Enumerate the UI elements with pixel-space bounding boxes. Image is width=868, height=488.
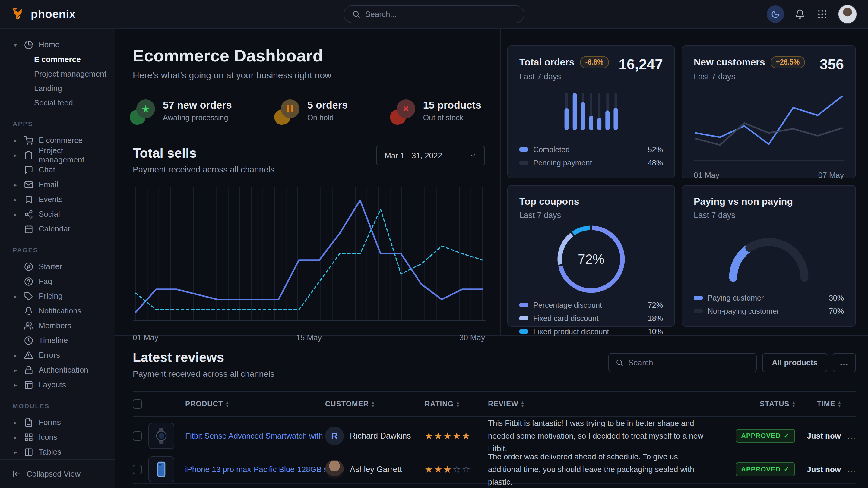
caret-right-icon: ▸	[12, 196, 19, 203]
sidebar-item-calendar[interactable]: Calendar	[12, 222, 107, 236]
sidebar-item-project-management-home[interactable]: Project management	[12, 67, 107, 81]
paying-vs-nonpaying-card: Paying vs non paying Last 7 days Paying …	[682, 185, 856, 327]
more-options-button[interactable]: ...	[833, 353, 856, 372]
customer-avatar: R	[325, 426, 344, 445]
global-search-input[interactable]	[365, 10, 516, 19]
apps-grid-button[interactable]	[815, 7, 829, 21]
shopping-cart-icon	[24, 136, 33, 145]
legend-item: Completed 52%	[519, 143, 663, 156]
latest-reviews-title: Latest reviews	[133, 350, 275, 365]
column-header-product[interactable]: PRODUCT▴▾	[185, 400, 325, 408]
sidebar-item-tables[interactable]: ▸ Tables	[12, 445, 107, 459]
date-range-select[interactable]: Mar 1 - 31, 2022	[376, 145, 485, 165]
sort-icon: ▴▾	[522, 400, 524, 407]
sidebar-section-apps: APPS	[13, 120, 107, 128]
total-sells-subtitle: Payment received across all channels	[133, 165, 275, 174]
sort-icon: ▴▾	[372, 400, 375, 407]
table-header-row: PRODUCT▴▾ CUSTOMER▴▾ RATING▴▾ REVIEW▴▾ S…	[133, 391, 856, 417]
calendar-icon	[24, 225, 33, 234]
reviews-search[interactable]	[608, 353, 757, 372]
grid-icon	[24, 433, 33, 442]
page-title: Ecommerce Dashboard	[133, 46, 485, 65]
sidebar-item-icons[interactable]: ▸ Icons	[12, 430, 107, 445]
card-title: Paying vs non paying	[694, 196, 793, 207]
sidebar-item-social-feed[interactable]: Social feed	[12, 96, 107, 110]
sidebar-item-chat[interactable]: Chat	[12, 162, 107, 177]
global-search[interactable]	[343, 5, 525, 23]
row-checkbox[interactable]	[133, 465, 142, 474]
sidebar-item-forms[interactable]: ▸ Forms	[12, 415, 107, 430]
total-sells-title: Total sells	[133, 145, 275, 161]
sidebar-item-social[interactable]: ▸ Social	[12, 207, 107, 222]
table-row: iPhone 13 pro max-Pacific Blue-128GB sto…	[133, 450, 856, 484]
users-icon	[24, 321, 33, 330]
sidebar-item-email[interactable]: ▸ Email	[12, 177, 107, 192]
sidebar-item-pricing[interactable]: ▸ Pricing	[12, 289, 107, 303]
brand-name: phoenix	[31, 8, 76, 21]
select-all-checkbox[interactable]	[133, 399, 142, 409]
sidebar-item-home[interactable]: ▾ Home	[12, 37, 107, 52]
sidebar-item-members[interactable]: Members	[12, 318, 107, 333]
column-header-status[interactable]: STATUS▴▾	[723, 400, 795, 408]
notifications-button[interactable]	[793, 7, 806, 21]
customer-avatar	[325, 460, 344, 479]
sidebar-item-ecommerce-home[interactable]: E commerce	[12, 52, 107, 67]
search-icon	[352, 10, 361, 19]
sidebar-item-faq[interactable]: Faq	[12, 274, 107, 289]
rating-stars: ★★★☆☆	[425, 464, 488, 475]
reviews-search-input[interactable]	[628, 358, 749, 367]
caret-right-icon: ▸	[12, 449, 19, 456]
sidebar-item-authentication[interactable]: ▸ Authentication	[12, 363, 107, 378]
caret-right-icon: ▸	[12, 293, 19, 300]
collapsed-view-toggle[interactable]: Collapsed View	[0, 459, 115, 488]
column-header-review[interactable]: REVIEW▴▾	[488, 400, 723, 408]
tag-icon	[24, 292, 33, 301]
legend-item: Paying customer 30%	[694, 291, 844, 304]
sidebar-item-landing[interactable]: Landing	[12, 81, 107, 96]
iphone-image	[153, 461, 170, 478]
row-menu-button[interactable]: ...	[847, 464, 856, 474]
sidebar-item-events[interactable]: ▸ Events	[12, 192, 107, 207]
time-cell: Just now	[807, 431, 841, 441]
sidebar-item-starter[interactable]: Starter	[12, 259, 107, 274]
clipboard-icon	[24, 151, 33, 160]
dashboard-cards: Total orders -6.8% Last 7 days 16,247	[501, 29, 868, 335]
sidebar-item-layouts[interactable]: ▸ Layouts	[12, 378, 107, 392]
legend-item: Fixed card discount 18%	[519, 312, 663, 325]
reviews-table: PRODUCT▴▾ CUSTOMER▴▾ RATING▴▾ REVIEW▴▾ S…	[133, 391, 856, 488]
user-avatar[interactable]	[838, 4, 857, 24]
check-icon: ✓	[784, 432, 789, 440]
sidebar-item-notifications[interactable]: Notifications	[12, 303, 107, 318]
sort-icon: ▴▾	[457, 400, 459, 407]
status-badge: APPROVED ✓	[736, 462, 795, 476]
status-badge: APPROVED ✓	[736, 429, 795, 443]
top-coupons-card: Top coupons Last 7 days 72%	[507, 185, 675, 327]
sidebar-item-timeline[interactable]: Timeline	[12, 333, 107, 348]
product-thumbnail[interactable]	[148, 423, 174, 449]
product-link[interactable]: iPhone 13 pro max-Pacific Blue-128GB sto…	[185, 465, 325, 474]
product-link[interactable]: Fitbit Sense Advanced Smartwatch with To…	[185, 431, 325, 441]
caret-right-icon: ▸	[12, 352, 19, 359]
customer-cell[interactable]: Ashley Garrett	[325, 460, 425, 479]
all-products-button[interactable]: All products	[762, 353, 827, 372]
caret-right-icon: ▸	[12, 211, 19, 218]
sidebar-item-project-management-app[interactable]: ▸ Project management	[12, 148, 107, 162]
pie-chart-icon	[24, 40, 33, 50]
column-header-time[interactable]: TIME▴▾	[795, 400, 841, 408]
sidebar-item-errors[interactable]: ▸ Errors	[12, 348, 107, 363]
bell-icon	[795, 9, 805, 19]
row-menu-button[interactable]: ...	[847, 431, 856, 441]
caret-right-icon: ▸	[12, 381, 19, 389]
column-header-rating[interactable]: RATING▴▾	[425, 400, 488, 408]
product-thumbnail[interactable]	[148, 456, 174, 482]
alert-triangle-icon	[24, 351, 33, 360]
sidebar-section-modules: MODULES	[13, 402, 107, 410]
column-header-customer[interactable]: CUSTOMER▴▾	[325, 400, 425, 408]
row-checkbox[interactable]	[133, 431, 142, 441]
dark-mode-toggle[interactable]	[767, 5, 784, 23]
customer-cell[interactable]: R Richard Dawkins	[325, 426, 425, 445]
brand-logo[interactable]: phoenix	[11, 6, 76, 23]
dashboard-left-column: Ecommerce Dashboard Here's what's going …	[115, 29, 501, 335]
top-coupons-chart: 72%	[519, 220, 663, 298]
share-icon	[24, 210, 33, 219]
